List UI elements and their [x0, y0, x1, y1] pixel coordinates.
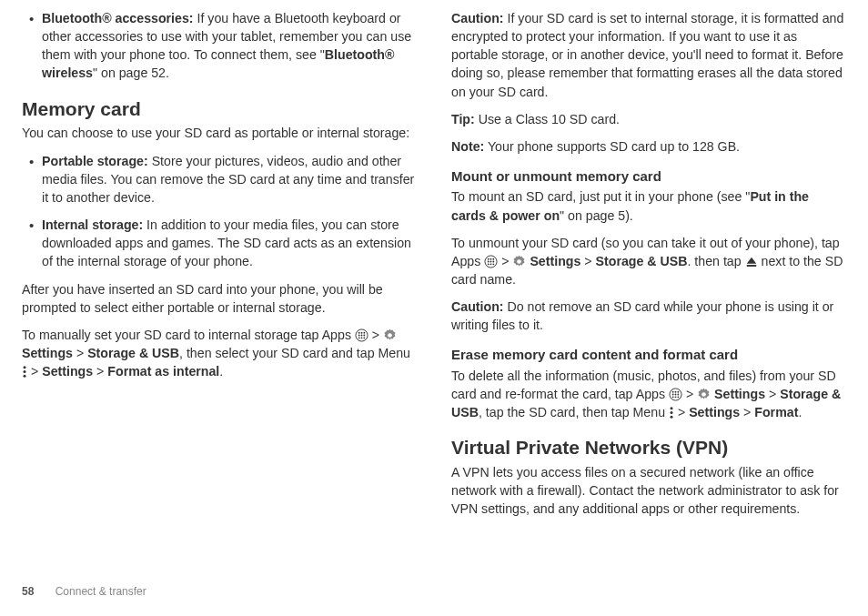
note-paragraph: Note: Your phone supports SD card up to … [451, 137, 846, 156]
bullet-label: Bluetooth® accessories: [42, 11, 194, 25]
erase-paragraph: To delete all the information (music, ph… [451, 367, 846, 421]
bullet-label: Portable storage: [42, 154, 148, 168]
heading-erase: Erase memory card content and format car… [451, 345, 846, 364]
apps-icon [355, 328, 368, 342]
caution-format-paragraph: Caution: If your SD card is set to inter… [451, 9, 846, 101]
section-name: Connect & transfer [56, 585, 146, 598]
eject-icon [745, 256, 758, 268]
apps-icon [484, 255, 498, 268]
heading-mount: Mount or unmount memory card [451, 167, 846, 186]
vpn-paragraph: A VPN lets you access files on a secured… [451, 463, 846, 518]
heading-memory-card: Memory card [22, 96, 417, 123]
mount-paragraph: To mount an SD card, just put it in your… [451, 187, 846, 224]
bullet-internal: Internal storage: In addition to your me… [29, 216, 417, 270]
storage-bullet-list: Portable storage: Store your pictures, v… [22, 152, 417, 271]
gear-icon [697, 388, 711, 401]
tip-paragraph: Tip: Use a Class 10 SD card. [451, 110, 846, 128]
gear-icon [383, 328, 397, 342]
apps-icon [669, 388, 682, 401]
heading-vpn: Virtual Private Networks (VPN) [451, 434, 846, 461]
unmount-paragraph: To unmount your SD card (so you can take… [451, 234, 846, 288]
page-footer: 58 Connect & transfer [22, 585, 146, 598]
caution-remove-paragraph: Caution: Do not remove an SD card while … [451, 298, 846, 334]
gear-icon [512, 255, 526, 268]
memory-intro: You can choose to use your SD card as po… [22, 124, 417, 142]
left-column: Bluetooth® accessories: If you have a Bl… [22, 9, 417, 573]
bluetooth-bullet-list: Bluetooth® accessories: If you have a Bl… [22, 9, 417, 83]
page-number: 58 [22, 585, 34, 598]
bullet-bluetooth: Bluetooth® accessories: If you have a Bl… [29, 9, 417, 83]
right-column: Caution: If your SD card is set to inter… [451, 9, 846, 573]
bullet-suffix: " on page 52. [93, 66, 169, 80]
after-insert-paragraph: After you have inserted an SD card into … [22, 280, 417, 317]
bullet-label: Internal storage: [42, 217, 143, 232]
bullet-portable: Portable storage: Store your pictures, v… [29, 152, 417, 207]
manual-set-paragraph: To manually set your SD card to internal… [22, 326, 417, 380]
